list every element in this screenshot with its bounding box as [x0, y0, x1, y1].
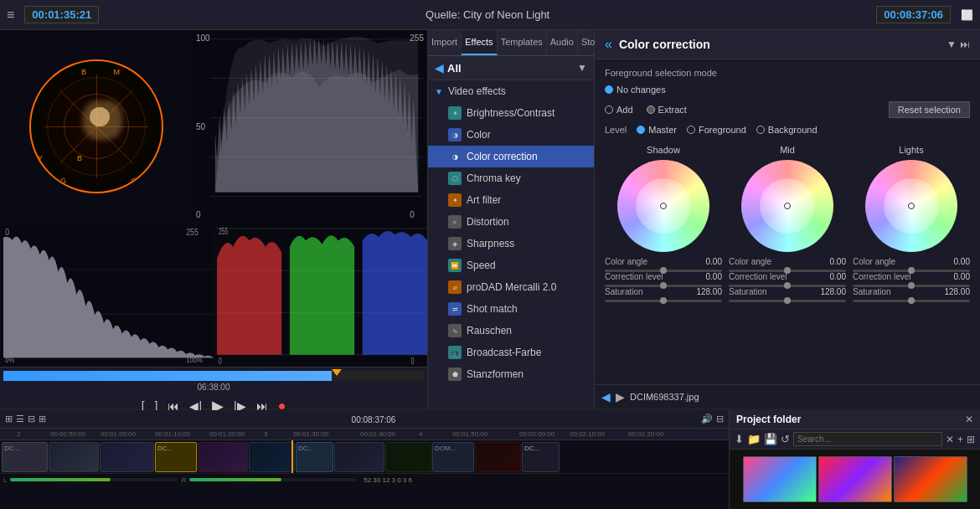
tab-audio[interactable]: Audio	[547, 30, 578, 55]
mid-color-wheel[interactable]	[741, 160, 833, 252]
reset-selection-button[interactable]: Reset selection	[889, 101, 970, 118]
pf-save-icon[interactable]: 💾	[764, 433, 777, 445]
level-foreground[interactable]: Foreground	[687, 125, 746, 135]
effect-speed[interactable]: ⏩ Speed	[428, 254, 594, 276]
effect-brightness-contrast-label: Brightness/Contrast	[467, 107, 554, 119]
nav-forward-button[interactable]: ▶	[616, 390, 625, 404]
audio-level-label-l: L	[3, 476, 7, 484]
shadow-color-angle-slider[interactable]	[605, 270, 722, 272]
effects-group-video[interactable]: ▼ Video effects	[428, 80, 594, 102]
color-wheels: Shadow Color angle 0.00 Correction level…	[605, 145, 970, 302]
radio-no-changes[interactable]: No changes	[605, 85, 666, 95]
effect-stanzformen[interactable]: ⬟ Stanzformen	[428, 363, 594, 385]
shadow-saturation-slider[interactable]	[605, 300, 722, 302]
effect-rauschen[interactable]: ∿ Rauschen	[428, 320, 594, 342]
mid-color-angle-slider[interactable]	[729, 270, 846, 272]
effect-prodad-icon: ⌀	[448, 280, 462, 294]
pf-add-icon[interactable]: +	[957, 434, 963, 445]
project-folder-close-button[interactable]: ✕	[965, 414, 973, 425]
lights-color-angle-slider[interactable]	[853, 270, 970, 272]
cc-back-button[interactable]: «	[605, 37, 612, 52]
lights-color-wheel[interactable]	[865, 160, 957, 252]
mid-saturation-slider[interactable]	[729, 300, 846, 302]
effect-sharpness[interactable]: ◈ Sharpness	[428, 233, 594, 254]
effects-group-label: Video effects	[448, 85, 506, 97]
shadow-wheel-container: Shadow Color angle 0.00 Correction level…	[605, 145, 722, 302]
radio-add[interactable]: Add	[605, 105, 633, 115]
lights-correction-label: Correction level	[853, 272, 910, 281]
progress-marker	[332, 369, 342, 376]
shadow-correction-label: Correction level	[605, 272, 663, 281]
timeline-settings-button[interactable]: ⊟	[716, 414, 724, 424]
lights-wheel-dot[interactable]	[908, 203, 915, 209]
mid-wheel-dot[interactable]	[784, 203, 791, 209]
effect-rauschen-icon: ∿	[448, 324, 462, 337]
progress-fill	[3, 371, 332, 381]
timeline-grid-button[interactable]: ⊞	[5, 414, 13, 424]
thumbnail-2[interactable]	[818, 456, 892, 502]
shadow-correction-slider[interactable]	[605, 285, 722, 287]
effect-shot-match[interactable]: ⇌ Shot match	[428, 298, 594, 320]
mid-params: Color angle 0.00 Correction level 0.00 S…	[729, 257, 846, 302]
mid-color-angle-row: Color angle 0.00	[729, 257, 846, 266]
shadow-color-wheel[interactable]	[617, 160, 709, 252]
effect-shot-match-label: Shot match	[467, 303, 518, 315]
menu-icon[interactable]: ≡	[7, 8, 14, 23]
effects-nav-label: All	[447, 62, 574, 75]
ruler-mark-9: 00:01:50:00	[452, 430, 487, 438]
cc-skip-button[interactable]: ⏭	[960, 39, 970, 50]
pf-close-search-icon[interactable]: ✕	[946, 434, 954, 445]
tab-effects[interactable]: Effects	[462, 30, 497, 55]
fg-radio-group: No changes	[605, 85, 970, 95]
svg-text:100%: 100%	[186, 355, 203, 363]
pf-download-icon[interactable]: ⬇	[735, 433, 744, 445]
timeline-expand-button[interactable]: ⊞	[39, 414, 46, 424]
svg-text:0%: 0%	[5, 355, 14, 363]
track-clip-12: DC...	[522, 442, 560, 472]
effect-chroma-key[interactable]: ⬡ Chroma key	[428, 167, 594, 189]
fullscreen-button[interactable]: ⬜	[961, 9, 973, 21]
mid-wheel-container: Mid Color angle 0.00 Correction level 0.…	[729, 145, 846, 302]
progress-bar[interactable]	[3, 371, 424, 381]
nav-arrows-bar: ◀ ▶ DCIM698337.jpg	[595, 384, 980, 409]
nav-back-button[interactable]: ◀	[601, 390, 611, 404]
lights-correction-slider[interactable]	[853, 285, 970, 287]
track-clip-5	[198, 442, 248, 472]
radio-no-changes-label: No changes	[616, 85, 666, 95]
effect-prodad[interactable]: ⌀ proDAD Mercalli 2.0	[428, 276, 594, 298]
effects-dropdown-icon[interactable]: ▼	[577, 62, 587, 74]
effects-back-arrow[interactable]: ◀	[435, 61, 444, 75]
pf-folder-icon[interactable]: 📁	[747, 433, 761, 445]
ruler-mark-11: 00:02:10:00	[570, 430, 605, 438]
effect-color[interactable]: ◑ Color	[428, 124, 594, 146]
tab-templates[interactable]: Templates	[498, 30, 547, 55]
pf-grid-view-icon[interactable]: ⊞	[967, 434, 975, 445]
effect-broadcast-farbe[interactable]: 📺 Broadcast-Farbe	[428, 342, 594, 363]
timecode-left[interactable]: 00:01:35:21	[24, 6, 99, 23]
effect-color-correction[interactable]: ◑ Color correction	[428, 146, 594, 167]
pf-search-input[interactable]	[793, 432, 942, 446]
effect-distortion[interactable]: ≈ Distortion	[428, 211, 594, 233]
tab-import[interactable]: Import	[428, 30, 462, 55]
effects-scroll[interactable]: ▼ Video effects ☀ Brightness/Contrast ◑ …	[428, 80, 594, 409]
mid-correction-slider[interactable]	[729, 285, 846, 287]
thumbnail-1[interactable]	[743, 456, 817, 502]
timeline-volume-button[interactable]: 🔊	[701, 414, 713, 424]
level-background[interactable]: Background	[756, 125, 818, 135]
thumbnail-3[interactable]	[894, 456, 967, 502]
effect-brightness-contrast[interactable]: ☀ Brightness/Contrast	[428, 102, 594, 124]
timecode-right[interactable]: 00:08:37:06	[876, 6, 951, 23]
shadow-wheel-dot[interactable]	[660, 203, 667, 209]
timeline-split-button[interactable]: ⊟	[28, 414, 35, 424]
cc-dropdown-button[interactable]: ▼	[946, 39, 957, 50]
effect-art-filter[interactable]: ✦ Art filter	[428, 189, 594, 211]
track-clip-7: DC...	[296, 442, 333, 472]
ruler-mark-10: 00:02:00:00	[519, 430, 554, 438]
shadow-color-angle-thumb	[660, 267, 667, 274]
timeline-list-button[interactable]: ☰	[16, 414, 24, 424]
pf-rotate-icon[interactable]: ↺	[781, 433, 790, 445]
waveform-labels-left: 100 50 0	[196, 30, 210, 223]
lights-saturation-slider[interactable]	[853, 300, 970, 302]
preview-bottom: 0 255 0% 100%	[0, 223, 427, 367]
level-master[interactable]: Master	[637, 125, 677, 135]
